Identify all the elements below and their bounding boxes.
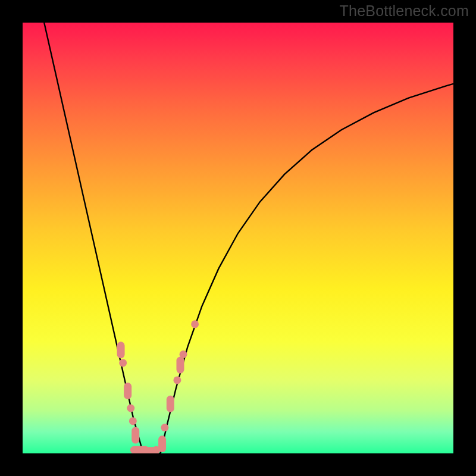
data-marker — [173, 376, 181, 384]
data-marker — [119, 359, 127, 367]
marker-group — [117, 320, 199, 453]
data-marker — [131, 427, 139, 444]
frame: TheBottleneck.com — [0, 0, 476, 476]
data-marker — [161, 424, 168, 431]
data-marker — [124, 383, 131, 399]
data-marker — [176, 357, 184, 374]
data-marker — [129, 417, 137, 425]
watermark-text: TheBottleneck.com — [340, 2, 469, 20]
data-marker — [117, 342, 125, 358]
data-marker — [158, 436, 166, 452]
data-marker — [167, 396, 174, 412]
data-marker — [191, 320, 199, 328]
curve-right-branch — [161, 84, 453, 453]
data-marker — [127, 404, 134, 412]
chart-svg — [23, 23, 453, 453]
data-marker — [180, 350, 187, 358]
plot-area — [23, 23, 453, 453]
